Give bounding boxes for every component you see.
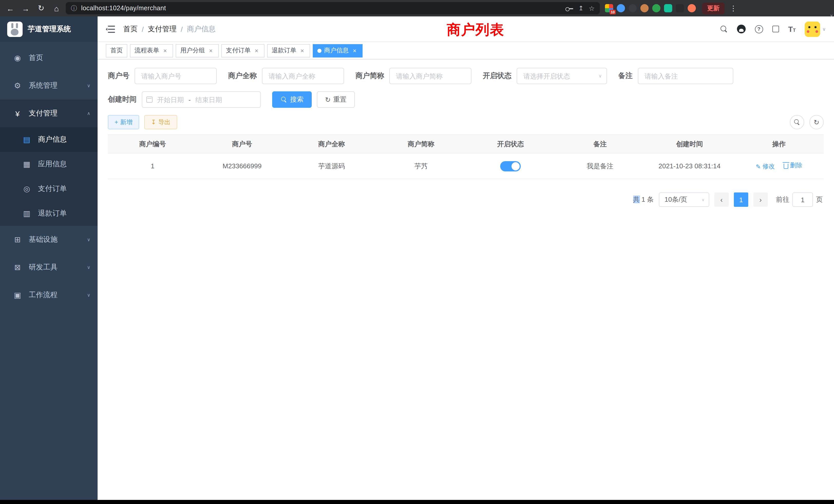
extension-green-circle-icon[interactable] [652, 4, 660, 12]
tab-home[interactable]: 首页 [106, 44, 127, 57]
avatar[interactable] [805, 21, 820, 37]
sidebar-item-refund-order[interactable]: ▥ 退款订单 [0, 201, 97, 226]
tab-close-icon[interactable]: × [253, 47, 260, 54]
next-page-button[interactable]: › [753, 192, 768, 207]
user-menu[interactable]: ∨ [805, 21, 826, 37]
date-end-input[interactable] [193, 96, 225, 104]
browser-forward-icon[interactable]: → [20, 2, 32, 14]
sidebar-item-label: 应用信息 [38, 160, 67, 169]
tab-close-icon[interactable]: × [299, 47, 306, 54]
status-toggle[interactable] [500, 161, 521, 171]
add-button[interactable]: + 新增 [108, 115, 139, 129]
short-name-input[interactable] [389, 68, 471, 84]
share-icon[interactable]: ↥ [578, 5, 584, 12]
extension-pin-icon[interactable] [676, 4, 684, 12]
bookmark-star-icon[interactable]: ☆ [589, 4, 595, 12]
col-actions: 操作 [734, 135, 824, 153]
sidebar-item-workflow[interactable]: ▣ 工作流程 ∨ [0, 281, 97, 309]
col-merchant-id: 商户编号 [108, 135, 197, 153]
edit-link[interactable]: ✎ 修改 [756, 162, 775, 171]
extension-blue-icon[interactable] [617, 4, 625, 12]
sidebar-item-label: 系统管理 [29, 81, 58, 90]
sidebar-item-payment[interactable]: ¥ 支付管理 ∧ [0, 99, 97, 127]
navbar: 首页 / 支付管理 / 商户信息 商户列表 ? TT [97, 17, 834, 42]
github-icon[interactable] [737, 25, 745, 33]
extension-orange-icon[interactable] [688, 4, 696, 12]
date-range-picker[interactable]: - [142, 91, 261, 108]
sidebar-item-label: 研发工具 [29, 263, 58, 272]
sidebar-item-merchant-info[interactable]: ▤ 商户信息 [0, 127, 97, 152]
merchant-no-input[interactable] [135, 68, 217, 84]
app-title: 芋道管理系统 [28, 25, 71, 34]
browser-menu-icon[interactable]: ⋮ [728, 4, 739, 12]
hamburger-icon[interactable] [106, 25, 115, 32]
filter-row-2: 创建时间 - 搜索 ↻ 重置 [108, 91, 824, 108]
browser-update-button[interactable]: 更新 [702, 2, 725, 14]
page-number-button[interactable]: 1 [734, 192, 748, 207]
full-name-label: 商户全称 [228, 71, 257, 81]
status-select[interactable] [517, 68, 607, 84]
sidebar-menu: ◉ 首页 ⚙ 系统管理 ∨ ¥ 支付管理 ∧ ▤ 商户信息 [0, 42, 97, 500]
sidebar-item-app-info[interactable]: ▦ 应用信息 [0, 152, 97, 177]
extension-avatar-icon[interactable] [640, 4, 649, 12]
sidebar-item-label: 工作流程 [29, 291, 58, 300]
search-icon[interactable] [720, 25, 727, 32]
extension-green-square-icon[interactable] [664, 4, 672, 12]
tab-process-form[interactable]: 流程表单 × [130, 44, 173, 57]
sidebar-item-home[interactable]: ◉ 首页 [0, 44, 97, 72]
site-info-icon[interactable]: ⓘ [71, 4, 77, 13]
search-icon [794, 119, 800, 125]
sidebar-item-system[interactable]: ⚙ 系统管理 ∨ [0, 72, 97, 99]
tab-user-group[interactable]: 用户分组 × [176, 44, 219, 57]
sidebar-item-label: 基础设施 [29, 235, 58, 244]
col-full-name: 商户全称 [287, 135, 376, 153]
extension-badge: 10 [610, 10, 616, 14]
tab-refund-order[interactable]: 退款订单 × [267, 44, 310, 57]
toggle-search-button[interactable] [790, 115, 804, 129]
page-annotation: 商户列表 [447, 21, 504, 39]
export-button[interactable]: ↧ 导出 [144, 115, 177, 129]
font-size-icon[interactable]: TT [788, 25, 795, 33]
table-toolbar: + 新增 ↧ 导出 ↻ [108, 115, 824, 129]
remark-input[interactable] [638, 68, 733, 84]
tab-merchant-info[interactable]: 商户信息 × [313, 44, 363, 57]
tab-close-icon[interactable]: × [351, 47, 358, 54]
page-content: 商户号 商户全称 商户简称 开启状态 [97, 60, 834, 500]
goto-page-input[interactable] [792, 192, 813, 207]
prev-page-button[interactable]: ‹ [714, 192, 729, 207]
sidebar-item-infrastructure[interactable]: ⊞ 基础设施 ∨ [0, 226, 97, 254]
extensions-grid-icon[interactable]: 10 [605, 4, 613, 12]
date-start-input[interactable] [155, 96, 186, 104]
tab-close-icon[interactable]: × [162, 47, 169, 54]
reset-button[interactable]: ↻ 重置 [317, 91, 355, 108]
address-bar[interactable]: ⓘ localhost:1024/pay/merchant ↥ ☆ [66, 2, 600, 14]
breadcrumb-separator: / [142, 25, 144, 33]
merchant-card-icon: ▤ [21, 135, 33, 144]
password-key-icon[interactable] [566, 6, 573, 10]
delete-link[interactable]: 删除 [784, 161, 802, 170]
browser-back-icon[interactable]: ← [4, 2, 17, 14]
chevron-up-icon: ∧ [87, 111, 90, 116]
browser-reload-icon[interactable]: ↻ [35, 2, 47, 14]
cell-remark: 我是备注 [555, 153, 645, 179]
cell-full-name: 芋道源码 [287, 153, 376, 179]
tab-pay-order[interactable]: 支付订单 × [221, 44, 264, 57]
sidebar-item-label: 支付订单 [38, 184, 67, 193]
tools-icon: ⊠ [11, 263, 24, 272]
plus-icon: + [114, 118, 118, 126]
extension-dark-icon[interactable] [629, 4, 637, 12]
sidebar-item-dev-tools[interactable]: ⊠ 研发工具 ∨ [0, 254, 97, 281]
tab-close-icon[interactable]: × [207, 47, 214, 54]
breadcrumb-home[interactable]: 首页 [123, 24, 138, 33]
search-button[interactable]: 搜索 [272, 91, 312, 108]
fullscreen-icon[interactable] [772, 26, 779, 32]
full-name-input[interactable] [262, 68, 344, 84]
sidebar-item-label: 首页 [29, 53, 43, 63]
col-status: 开启状态 [466, 135, 555, 153]
breadcrumb-payment[interactable]: 支付管理 [148, 24, 177, 33]
help-icon[interactable]: ? [755, 25, 763, 33]
browser-home-icon[interactable]: ⌂ [50, 2, 63, 14]
refresh-table-button[interactable]: ↻ [809, 115, 824, 129]
page-size-select[interactable]: 10条/页 ∨ [659, 192, 709, 207]
sidebar-item-pay-order[interactable]: ◎ 支付订单 [0, 177, 97, 201]
